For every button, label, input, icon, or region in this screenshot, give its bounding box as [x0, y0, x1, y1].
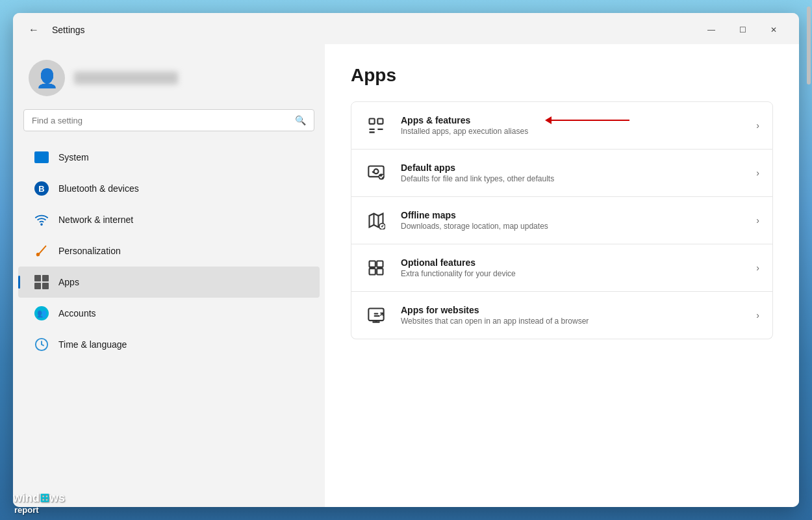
apps-features-icon [364, 114, 388, 137]
sidebar-item-system[interactable]: System [18, 142, 320, 173]
sidebar-item-label: System [58, 152, 89, 162]
window-controls: — ☐ ✕ [696, 20, 789, 40]
close-button[interactable]: ✕ [759, 20, 789, 40]
user-section: 👤 [13, 55, 325, 109]
maximize-button[interactable]: ☐ [728, 20, 757, 40]
watermark-logo: wind⊞ws [13, 492, 65, 505]
settings-window: ← Settings — ☐ ✕ 👤 🔍 [13, 13, 799, 507]
sidebar-item-label: Time & language [58, 339, 127, 350]
personalization-icon [34, 243, 49, 259]
search-input[interactable] [32, 116, 290, 125]
sidebar-item-label: Accounts [58, 308, 96, 318]
settings-item-offline-maps[interactable]: Offline maps Downloads, storage location… [351, 197, 773, 244]
sidebar-item-label: Personalization [58, 246, 121, 256]
sidebar-item-label: Network & internet [58, 214, 133, 225]
chevron-icon: › [756, 215, 759, 226]
offline-maps-text: Offline maps Downloads, storage location… [401, 210, 743, 231]
settings-item-default-apps[interactable]: Default apps Defaults for file and link … [351, 150, 773, 197]
system-icon [34, 150, 49, 165]
watermark: wind⊞ws report [13, 492, 65, 515]
svg-rect-4 [370, 119, 375, 124]
offline-maps-icon [364, 209, 388, 232]
svg-rect-15 [370, 261, 375, 267]
settings-item-apps-websites[interactable]: Apps for websites Websites that can open… [351, 292, 773, 339]
svg-rect-18 [377, 268, 383, 274]
optional-features-desc: Extra functionality for your device [401, 269, 743, 278]
window-title: Settings [52, 25, 85, 35]
optional-features-icon [364, 256, 388, 280]
chevron-icon: › [756, 120, 759, 131]
back-button[interactable]: ← [23, 21, 44, 38]
minimize-button[interactable]: — [696, 20, 726, 40]
chevron-icon: › [756, 263, 759, 273]
apps-websites-title: Apps for websites [401, 305, 743, 315]
arrow-annotation [545, 116, 629, 124]
username-display [74, 72, 178, 84]
default-apps-text: Default apps Defaults for file and link … [401, 162, 743, 183]
sidebar-item-network[interactable]: Network & internet [18, 204, 320, 235]
offline-maps-title: Offline maps [401, 210, 743, 220]
network-icon [34, 212, 49, 228]
settings-item-optional-features[interactable]: Optional features Extra functionality fo… [351, 244, 773, 292]
main-content: 👤 🔍 System B [13, 44, 799, 507]
apps-websites-icon [364, 304, 388, 327]
sidebar-item-personalization[interactable]: Personalization [18, 235, 320, 266]
default-apps-icon [364, 161, 388, 185]
apps-features-desc: Installed apps, app execution aliases [401, 127, 743, 136]
user-icon: 👤 [36, 68, 58, 89]
sidebar-item-time[interactable]: Time & language [18, 329, 320, 360]
offline-maps-desc: Downloads, storage location, map updates [401, 222, 743, 231]
settings-item-apps-features[interactable]: Apps & features Installed apps, app exec… [351, 101, 773, 150]
apps-websites-text: Apps for websites Websites that can open… [401, 305, 743, 326]
search-icon: 🔍 [295, 115, 306, 125]
arrow-head [545, 116, 552, 124]
apps-icon [34, 274, 49, 290]
svg-rect-17 [370, 268, 375, 274]
svg-point-2 [36, 253, 40, 257]
accounts-icon: 👥 [34, 306, 49, 321]
optional-features-title: Optional features [401, 257, 743, 268]
sidebar-item-accounts[interactable]: 👥 Accounts [18, 298, 320, 329]
svg-rect-16 [377, 261, 383, 267]
arrow-line [552, 120, 629, 121]
sidebar: 👤 🔍 System B [13, 44, 325, 507]
sidebar-item-bluetooth[interactable]: B Bluetooth & devices [18, 173, 320, 204]
svg-point-10 [374, 169, 379, 174]
chevron-icon: › [756, 168, 759, 178]
watermark-sub: report [13, 505, 39, 515]
titlebar: ← Settings — ☐ ✕ [13, 13, 799, 44]
apps-websites-desc: Websites that can open in an app instead… [401, 317, 743, 326]
default-apps-desc: Defaults for file and link types, other … [401, 174, 743, 183]
optional-features-text: Optional features Extra functionality fo… [401, 257, 743, 278]
chevron-icon: › [756, 310, 759, 320]
time-icon [34, 337, 49, 352]
nav-list: System B Bluetooth & devices [13, 142, 325, 497]
default-apps-title: Default apps [401, 162, 743, 173]
svg-point-0 [41, 224, 42, 225]
sidebar-item-label: Bluetooth & devices [58, 183, 139, 194]
search-box[interactable]: 🔍 [23, 109, 314, 131]
bluetooth-icon: B [34, 181, 49, 196]
titlebar-left: ← Settings [23, 21, 85, 38]
svg-rect-5 [377, 119, 383, 124]
page-title: Apps [351, 65, 773, 86]
content-area: Apps Apps & features [325, 44, 799, 507]
avatar: 👤 [29, 60, 65, 96]
sidebar-item-label: Apps [58, 277, 79, 287]
settings-list: Apps & features Installed apps, app exec… [351, 101, 773, 339]
sidebar-item-apps[interactable]: Apps [18, 266, 320, 298]
